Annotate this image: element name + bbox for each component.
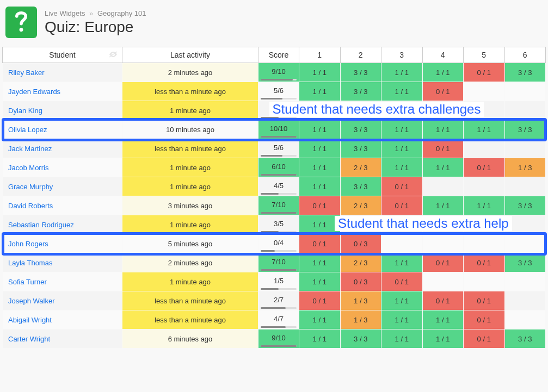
score-progress-fill <box>261 345 297 347</box>
question-score-cell: 1 / 1 <box>422 310 464 329</box>
breadcrumb: Live Widgets » Geography 101 <box>45 9 146 17</box>
score-cell: 5/6 <box>258 139 299 158</box>
question-score-cell: 0 / 1 <box>464 291 505 310</box>
column-header-q1[interactable]: 1 <box>299 47 341 63</box>
question-score-cell: 1 / 1 <box>464 120 505 139</box>
score-progress-track <box>261 193 297 195</box>
last-activity-cell: 1 minute ago <box>122 158 258 177</box>
question-score-cell: 1 / 1 <box>299 139 341 158</box>
question-score-cell: 0 / 1 <box>422 139 464 158</box>
column-header-q3[interactable]: 3 <box>381 47 423 63</box>
score-cell: 0/4 <box>258 234 299 253</box>
question-score-cell: 1 / 1 <box>422 196 464 215</box>
score-progress-track <box>261 117 297 119</box>
student-name-link[interactable]: Dylan King <box>3 101 122 120</box>
question-score-cell <box>504 177 546 196</box>
question-score-cell: 2 / 3 <box>340 253 381 272</box>
score-progress-track <box>261 250 297 252</box>
question-score-cell: 1 / 3 <box>504 158 546 177</box>
score-progress-fill <box>261 98 282 99</box>
question-score-cell: 2 / 3 <box>340 158 381 177</box>
score-value: 2/7 <box>274 296 284 304</box>
question-score-cell: 0 / 1 <box>381 177 423 196</box>
question-score-cell: 0 / 1 <box>464 253 505 272</box>
question-score-cell: 3 / 3 <box>340 120 381 139</box>
score-progress-fill <box>261 250 275 252</box>
score-progress-fill <box>261 79 293 80</box>
question-score-cell: 1 / 3 <box>340 310 381 329</box>
question-score-cell: 0 / 1 <box>381 272 423 291</box>
score-progress-track <box>261 79 297 80</box>
score-value: 7/10 <box>272 258 285 266</box>
score-progress-track <box>261 212 297 214</box>
student-name-link[interactable]: Joseph Walker <box>3 291 122 310</box>
score-progress-track <box>261 174 297 176</box>
question-score-cell: 0 / 1 <box>464 310 505 329</box>
score-progress-fill <box>261 231 279 233</box>
score-cell: 7/10 <box>258 253 299 272</box>
score-progress-fill <box>261 307 286 309</box>
score-progress-fill <box>261 326 286 328</box>
score-value: 1/5 <box>274 277 284 285</box>
question-score-cell: 0 / 1 <box>299 196 341 215</box>
student-name-link[interactable]: Olivia Lopez <box>3 120 122 139</box>
score-value: 4/5 <box>274 182 284 190</box>
student-name-link[interactable]: Jayden Edwards <box>3 82 122 101</box>
table-row: Sofia Turner1 minute ago1/51 / 10 / 30 /… <box>3 272 546 291</box>
question-score-cell: 1 / 1 <box>381 291 423 310</box>
question-score-cell <box>504 82 546 101</box>
column-header-student[interactable]: Student <box>3 47 122 63</box>
question-score-cell: 1 / 1 <box>299 82 341 101</box>
score-cell: 4/5 <box>258 177 299 196</box>
table-row: Olivia Lopez10 minutes ago10/101 / 13 / … <box>3 120 546 139</box>
question-score-cell: 0 / 1 <box>422 82 464 101</box>
annotation-label-challenges: Student that needs extra challenges <box>269 102 484 117</box>
question-score-cell: 3 / 3 <box>504 120 546 139</box>
question-score-cell <box>504 139 546 158</box>
column-header-activity[interactable]: Last activity <box>122 47 258 63</box>
visibility-toggle-icon[interactable] <box>109 51 118 59</box>
question-score-cell: 1 / 1 <box>381 310 423 329</box>
question-score-cell <box>464 82 505 101</box>
column-header-q2[interactable]: 2 <box>340 47 381 63</box>
column-header-q6[interactable]: 6 <box>504 47 546 63</box>
table-row: John Rogers5 minutes ago0/40 / 10 / 3 <box>3 234 546 253</box>
student-name-link[interactable]: Sofia Turner <box>3 272 122 291</box>
last-activity-cell: less than a minute ago <box>122 310 258 329</box>
question-score-cell <box>504 101 546 120</box>
student-name-link[interactable]: Layla Thomas <box>3 253 122 272</box>
student-name-link[interactable]: Riley Baker <box>3 63 122 82</box>
student-name-link[interactable]: Jacob Morris <box>3 158 122 177</box>
student-name-link[interactable]: Abigail Wright <box>3 310 122 329</box>
score-progress-track <box>261 155 297 157</box>
column-header-q4[interactable]: 4 <box>422 47 464 63</box>
table-row: Riley Baker2 minutes ago9/101 / 13 / 31 … <box>3 63 546 82</box>
student-name-link[interactable]: Sebastian Rodriguez <box>3 215 122 234</box>
score-progress-track <box>261 231 297 233</box>
question-score-cell: 1 / 1 <box>299 63 341 82</box>
question-score-cell: 3 / 3 <box>504 253 546 272</box>
student-name-link[interactable]: David Roberts <box>3 196 122 215</box>
score-cell: 1/5 <box>258 272 299 291</box>
column-header-score[interactable]: Score <box>258 47 299 63</box>
student-name-link[interactable]: Jack Martinez <box>3 139 122 158</box>
score-cell: 9/10 <box>258 329 299 349</box>
breadcrumb-link-course[interactable]: Geography 101 <box>97 9 146 17</box>
question-score-cell: 0 / 1 <box>381 196 423 215</box>
question-score-cell: 3 / 3 <box>340 82 381 101</box>
table-row: Carter Wright6 minutes ago9/101 / 13 / 3… <box>3 329 546 349</box>
question-score-cell <box>464 139 505 158</box>
breadcrumb-link-widgets[interactable]: Live Widgets <box>45 9 85 17</box>
breadcrumb-separator-icon: » <box>89 9 93 17</box>
score-value: 9/10 <box>272 67 285 76</box>
score-cell: 7/10 <box>258 196 299 215</box>
score-progress-fill <box>261 269 297 271</box>
results-table-container: Student Last activity Score 1 2 3 4 5 6 … <box>0 47 548 349</box>
table-row: Joseph Walkerless than a minute ago2/70 … <box>3 291 546 310</box>
student-name-link[interactable]: John Rogers <box>3 234 122 253</box>
column-header-q5[interactable]: 5 <box>464 47 505 63</box>
student-name-link[interactable]: Carter Wright <box>3 329 122 349</box>
student-name-link[interactable]: Grace Murphy <box>3 177 122 196</box>
question-score-cell: 1 / 1 <box>381 120 423 139</box>
score-cell: 9/10 <box>258 63 299 82</box>
